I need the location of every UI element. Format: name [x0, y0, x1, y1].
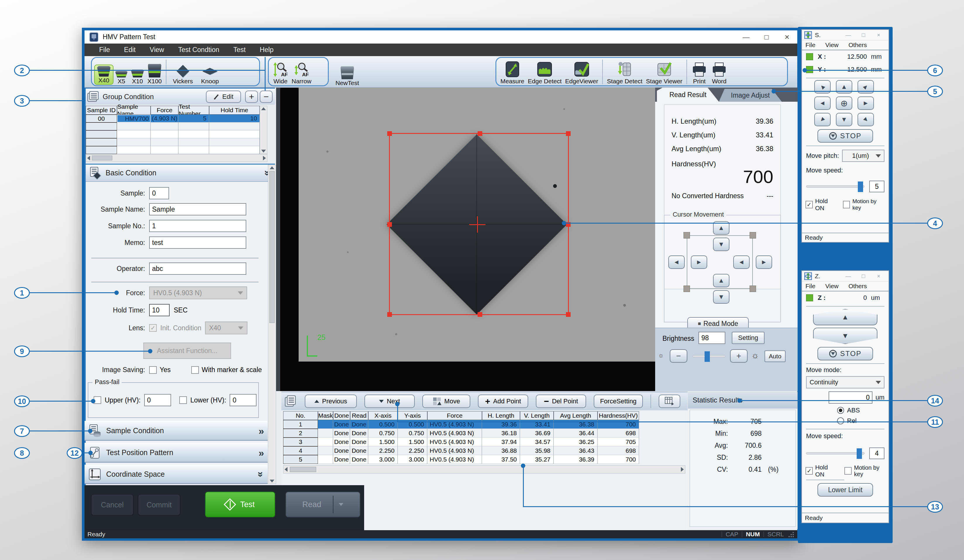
- memo-input[interactable]: [149, 237, 246, 249]
- xy-speed-thumb[interactable]: [858, 182, 863, 192]
- col-force[interactable]: Force: [151, 106, 178, 115]
- move-down-button[interactable]: ▼: [836, 113, 852, 126]
- scroll-left-icon[interactable]: [87, 156, 90, 161]
- sample-name-input[interactable]: [149, 203, 246, 216]
- edge-detect-button[interactable]: Edge Detect: [526, 61, 563, 85]
- handle-bottom-mid[interactable]: [478, 312, 482, 317]
- move-left-button[interactable]: ◄: [814, 96, 830, 110]
- col-no[interactable]: No.: [283, 411, 318, 420]
- add-point-button[interactable]: +Add Point: [478, 394, 528, 408]
- col-sample-id[interactable]: Sample ID: [86, 106, 117, 115]
- scroll-thumb[interactable]: [92, 156, 112, 161]
- remove-row-button[interactable]: −: [260, 91, 273, 103]
- points-hscrollbar[interactable]: [283, 465, 685, 474]
- commit-button[interactable]: Commit: [138, 494, 181, 516]
- af-narrow-button[interactable]: AF Narrow: [290, 62, 313, 85]
- lens-x5-button[interactable]: X5: [114, 71, 129, 85]
- col-sample-name[interactable]: Sample Name: [117, 106, 151, 115]
- hold-time-input[interactable]: [149, 304, 169, 316]
- cursor-corner-handle[interactable]: [750, 232, 756, 239]
- col-read[interactable]: Read: [350, 411, 368, 420]
- group-table-vscrollbar[interactable]: [260, 106, 267, 154]
- col-x-axis[interactable]: X-axis: [368, 411, 398, 420]
- z-speed-input[interactable]: [869, 448, 884, 459]
- group-table-row-selected[interactable]: 00 HMV700 (4.903 N) 5 10: [86, 115, 260, 122]
- with-marker-checkbox[interactable]: [191, 366, 199, 374]
- sample-no-input[interactable]: [149, 220, 246, 232]
- scroll-down-icon[interactable]: [270, 480, 274, 482]
- test-button[interactable]: Test: [205, 492, 275, 517]
- z-hold-on-checkbox[interactable]: ✓: [806, 467, 813, 475]
- menu-view[interactable]: View: [143, 46, 171, 54]
- menu-view[interactable]: View: [826, 42, 839, 49]
- z-motion-by-key-checkbox[interactable]: [844, 467, 852, 475]
- newtest-button[interactable]: NewTest: [334, 58, 361, 86]
- brightness-minus-button[interactable]: −: [670, 349, 687, 363]
- col-h-length[interactable]: H. Length: [482, 411, 520, 420]
- resize-grip[interactable]: [787, 531, 795, 538]
- top-line-down-button[interactable]: ▼: [713, 238, 730, 251]
- scroll-down-icon[interactable]: [261, 149, 266, 153]
- upper-input[interactable]: [144, 394, 171, 406]
- abs-radio[interactable]: [837, 407, 844, 414]
- scroll-right-icon[interactable]: [681, 467, 684, 472]
- measure-button[interactable]: Measure: [499, 61, 526, 85]
- menu-others[interactable]: Others: [848, 282, 867, 290]
- move-right-button[interactable]: ►: [858, 96, 874, 110]
- left-line-left-button[interactable]: ◄: [668, 255, 685, 269]
- read-split-button[interactable]: Read: [285, 492, 360, 517]
- z-stop-button[interactable]: STOP: [817, 347, 873, 360]
- minimize-icon[interactable]: —: [840, 273, 856, 279]
- maximize-icon[interactable]: □: [756, 33, 777, 41]
- brightness-setting-button[interactable]: Setting: [732, 332, 765, 344]
- xy-speed-slider[interactable]: [806, 185, 865, 188]
- handle-bottom-right[interactable]: [566, 312, 571, 317]
- force-setting-button[interactable]: ForceSetting: [594, 394, 643, 408]
- cursor-corner-handle[interactable]: [684, 286, 690, 292]
- lower-limit-button[interactable]: Lower Limit: [817, 483, 873, 497]
- read-dropdown-icon[interactable]: [339, 503, 344, 506]
- col-done[interactable]: Done: [333, 411, 350, 420]
- del-point-button[interactable]: −Del Point: [536, 394, 586, 408]
- group-table-empty-row[interactable]: [86, 138, 260, 146]
- brightness-input[interactable]: [699, 332, 725, 344]
- maximize-icon[interactable]: □: [856, 32, 871, 38]
- menu-test[interactable]: Test: [226, 46, 253, 54]
- xy-hold-on-checkbox[interactable]: ✓: [806, 201, 813, 208]
- image-saving-yes-checkbox[interactable]: [149, 366, 157, 374]
- right-line-right-button[interactable]: ►: [756, 255, 772, 269]
- export-table-button[interactable]: [659, 394, 680, 408]
- rel-radio[interactable]: [837, 417, 844, 424]
- col-hardness[interactable]: Hardness(HV): [598, 411, 639, 420]
- col-avg-length[interactable]: Avg Length: [554, 411, 598, 420]
- collapse-chevron-icon[interactable]: »: [257, 471, 266, 477]
- xy-stop-button[interactable]: STOP: [817, 129, 873, 143]
- previous-button[interactable]: Previous: [305, 394, 357, 408]
- close-icon[interactable]: ×: [777, 32, 797, 42]
- stage-viewer-button[interactable]: Stage Viewer: [644, 61, 684, 85]
- left-line-right-button[interactable]: ►: [691, 255, 707, 269]
- point-list-icon[interactable]: [284, 394, 297, 408]
- close-icon[interactable]: ×: [871, 32, 886, 38]
- test-position-pattern-bar[interactable]: Test Position Pattern »: [85, 443, 268, 463]
- handle-top-left[interactable]: [387, 131, 392, 136]
- handle-top-right[interactable]: [566, 131, 571, 136]
- lens-x40-button[interactable]: X40: [94, 65, 114, 85]
- col-y-axis[interactable]: Y-axis: [398, 411, 427, 420]
- point-row-5[interactable]: 5 Done Done 3.000 3.000 HV0.5 (4.903 N) …: [283, 455, 639, 464]
- coordinate-space-bar[interactable]: Coordinate Space »: [85, 465, 268, 484]
- print-button[interactable]: Print: [689, 62, 709, 85]
- brightness-auto-button[interactable]: Auto: [765, 351, 786, 362]
- menu-file[interactable]: File: [806, 42, 816, 49]
- z-down-button[interactable]: ▼: [813, 328, 878, 344]
- lower-input[interactable]: [230, 394, 257, 406]
- bottom-line-up-button[interactable]: ▲: [713, 274, 730, 287]
- brightness-slider-thumb[interactable]: [705, 351, 710, 362]
- knoop-button[interactable]: ◆ Knoop: [197, 64, 223, 85]
- brightness-slider[interactable]: [692, 355, 725, 357]
- cursor-corner-handle[interactable]: [684, 232, 690, 239]
- col-test-number[interactable]: Test Number: [178, 106, 209, 115]
- scroll-left-icon[interactable]: [285, 467, 288, 472]
- lens-x100-button[interactable]: X100: [146, 64, 163, 85]
- move-mode-select[interactable]: Continuity: [806, 376, 884, 388]
